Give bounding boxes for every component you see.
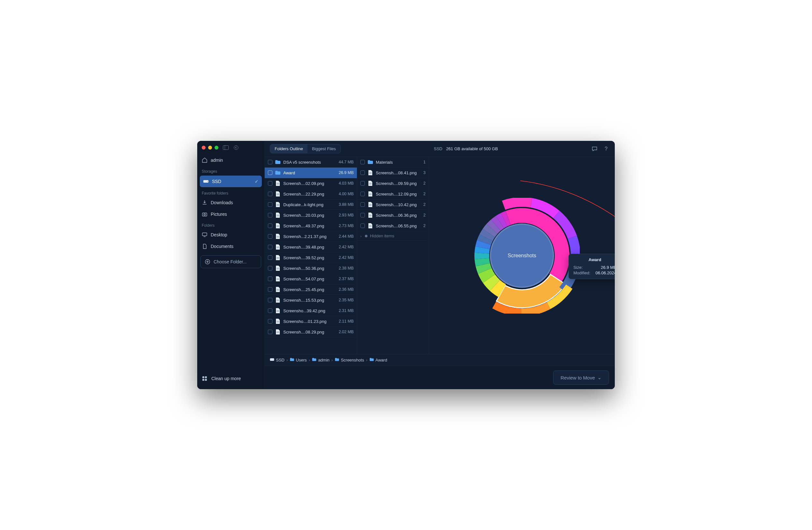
file-row[interactable]: Screensh....22.29.png4.00 MB: [265, 189, 357, 199]
file-row[interactable]: Screensh....49.37.png2.73 MB: [265, 221, 357, 231]
breadcrumb-item[interactable]: Users: [290, 358, 307, 362]
sidebar-item-desktop[interactable]: Desktop: [197, 229, 264, 240]
row-checkbox[interactable]: [268, 181, 272, 185]
file-row[interactable]: Screensh....08.41.png3: [357, 168, 429, 178]
row-checkbox[interactable]: [268, 255, 272, 260]
file-icon: [275, 180, 281, 186]
row-checkbox[interactable]: [360, 181, 365, 185]
row-checkbox[interactable]: [360, 192, 365, 196]
row-checkbox[interactable]: [268, 224, 272, 228]
sidebar-item-storage-ssd[interactable]: SSD ✓: [200, 176, 262, 187]
sidebar-toggle-icon[interactable]: [223, 145, 229, 150]
review-label: Review to Move: [561, 375, 595, 380]
file-row[interactable]: Screensh....12.09.png2: [357, 189, 429, 199]
sidebar-item-user[interactable]: admin: [197, 154, 264, 166]
breadcrumb-item[interactable]: Award: [369, 358, 387, 362]
file-name: Award: [283, 170, 336, 175]
file-row[interactable]: Duplicate...k-light.png3.88 MB: [265, 199, 357, 210]
file-name: Screensh....54.07.png: [283, 277, 336, 281]
row-checkbox[interactable]: [360, 213, 365, 218]
file-row[interactable]: Screensh...2.21.37.png2.44 MB: [265, 231, 357, 242]
row-checkbox[interactable]: [268, 213, 272, 218]
sidebar-footer[interactable]: Clean up more: [197, 371, 264, 386]
file-row[interactable]: Materials1: [357, 157, 429, 168]
review-to-move-button[interactable]: Review to Move ⌄: [553, 371, 609, 385]
sidebar-item-documents[interactable]: Documents: [197, 240, 264, 252]
row-checkbox[interactable]: [268, 245, 272, 249]
file-row[interactable]: DSA v5 screenshots44.7 MB: [265, 157, 357, 168]
row-checkbox[interactable]: [268, 192, 272, 196]
file-icon: [275, 255, 281, 261]
row-checkbox[interactable]: [268, 319, 272, 323]
file-name: Screensh....08.41.png: [376, 170, 421, 175]
row-checkbox[interactable]: [268, 160, 272, 164]
file-name: Screensh....20.03.png: [283, 213, 336, 218]
file-icon: [367, 191, 373, 197]
svg-rect-15: [277, 194, 279, 194]
file-name: Screensh....06.55.png: [376, 224, 421, 228]
svg-rect-35: [277, 300, 279, 300]
file-row[interactable]: Screensh....39.48.png2.42 MB: [265, 242, 357, 252]
file-size: 2: [423, 224, 425, 228]
sidebar-section-storages: Storages: [197, 166, 264, 175]
document-icon: [202, 243, 207, 249]
close-window-button[interactable]: [202, 146, 206, 150]
file-row[interactable]: Screensh....06.55.png2: [357, 221, 429, 231]
svg-rect-25: [277, 247, 279, 247]
row-checkbox[interactable]: [268, 287, 272, 292]
file-icon: [275, 191, 281, 197]
breadcrumb-item[interactable]: Screenshots: [335, 358, 364, 362]
svg-rect-28: [277, 258, 279, 259]
file-icon: [275, 244, 281, 250]
svg-rect-5: [202, 213, 207, 216]
file-size: 26.9 MB: [338, 170, 354, 175]
row-checkbox[interactable]: [268, 170, 272, 175]
file-row[interactable]: Screensh....10.42.png2: [357, 199, 429, 210]
row-checkbox[interactable]: [360, 202, 365, 207]
breadcrumb-item[interactable]: SSD: [270, 358, 285, 362]
file-row[interactable]: Screensh....02.09.png4.03 MB: [265, 178, 357, 189]
row-checkbox[interactable]: [360, 160, 365, 164]
sunburst-chart[interactable]: Screenshots: [464, 198, 580, 313]
file-row[interactable]: Award26.9 MB: [265, 168, 357, 178]
hidden-items-row[interactable]: ›Hidden items: [357, 231, 429, 241]
row-checkbox[interactable]: [268, 202, 272, 207]
row-checkbox[interactable]: [268, 234, 272, 239]
file-row[interactable]: Screensh....20.03.png2.93 MB: [265, 210, 357, 221]
file-row[interactable]: Screensho....01.23.png2.11 MB: [265, 316, 357, 327]
file-row[interactable]: Screensh....06.36.png2: [357, 210, 429, 221]
row-checkbox[interactable]: [268, 266, 272, 270]
help-icon[interactable]: ?: [603, 145, 610, 152]
file-row[interactable]: Screensh....54.07.png2.37 MB: [265, 274, 357, 284]
back-icon[interactable]: [233, 145, 239, 150]
file-row[interactable]: Screensh....09.59.png2: [357, 178, 429, 189]
tab-folders-outline[interactable]: Folders Outline: [270, 144, 307, 153]
file-row[interactable]: Screensh....08.29.png2.02 MB: [265, 327, 357, 337]
feedback-icon[interactable]: [591, 145, 598, 152]
folder-icon: [275, 159, 281, 165]
sidebar-item-downloads[interactable]: Downloads: [197, 197, 264, 208]
file-row[interactable]: Screensh....39.52.png2.42 MB: [265, 252, 357, 263]
row-checkbox[interactable]: [268, 298, 272, 302]
sidebar-item-pictures[interactable]: Pictures: [197, 208, 264, 220]
svg-rect-29: [277, 268, 279, 268]
breadcrumb-item[interactable]: admin: [312, 358, 329, 362]
file-size: 4.00 MB: [338, 192, 354, 196]
minimize-window-button[interactable]: [208, 146, 212, 150]
file-icon: [367, 180, 373, 186]
file-row[interactable]: Screensh....15.53.png2.35 MB: [265, 295, 357, 306]
file-row[interactable]: Screensho...39.42.png2.31 MB: [265, 306, 357, 316]
svg-rect-10: [205, 376, 207, 378]
row-checkbox[interactable]: [268, 330, 272, 334]
row-checkbox[interactable]: [268, 308, 272, 313]
tab-biggest-files[interactable]: Biggest Files: [307, 144, 340, 153]
svg-rect-39: [277, 321, 279, 321]
row-checkbox[interactable]: [268, 277, 272, 281]
file-column-2: Materials1Screensh....08.41.png3Screensh…: [357, 157, 429, 354]
file-row[interactable]: Screensh....25.45.png2.36 MB: [265, 284, 357, 295]
zoom-window-button[interactable]: [215, 146, 218, 150]
file-row[interactable]: Screensh....50.36.png2.38 MB: [265, 263, 357, 274]
row-checkbox[interactable]: [360, 224, 365, 228]
row-checkbox[interactable]: [360, 170, 365, 175]
choose-folder-button[interactable]: Choose Folder...: [200, 255, 261, 268]
